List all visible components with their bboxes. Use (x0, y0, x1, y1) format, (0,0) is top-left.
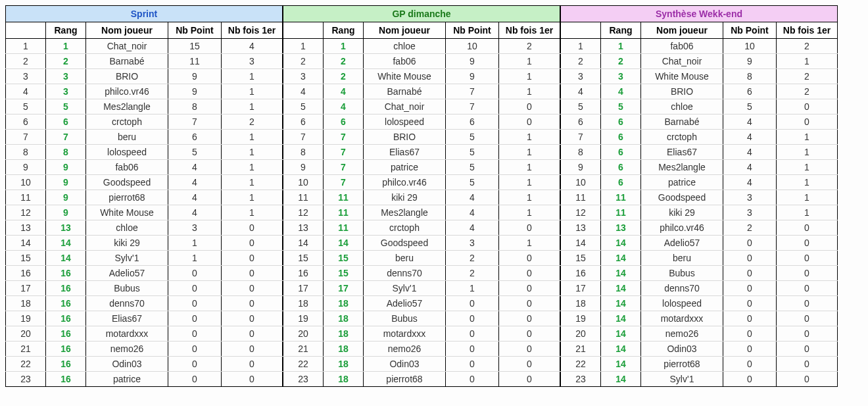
table-row: 44BRIO62 (561, 84, 838, 99)
cell-i: 21 (561, 342, 601, 357)
cell-f: 2 (777, 69, 838, 84)
table-row: 2218Odin0300 (283, 357, 560, 372)
cell-rang: 13 (46, 220, 86, 236)
cell-i: 9 (561, 160, 601, 175)
cell-nom: Elias67 (364, 145, 446, 160)
cell-rang: 7 (324, 145, 364, 160)
cell-rang: 5 (601, 99, 641, 114)
table-row: 2118nemo2600 (283, 342, 560, 357)
cell-i: 8 (283, 145, 324, 160)
cell-rang: 9 (46, 175, 86, 190)
cell-nom: fab06 (364, 54, 446, 69)
cell-f: 1 (499, 205, 560, 220)
cell-rang: 14 (601, 236, 641, 251)
table-row: 54Chat_noir70 (283, 99, 560, 114)
cell-nom: lolospeed (86, 145, 168, 160)
cell-rang: 18 (324, 296, 364, 311)
table-row: 1514beru00 (561, 251, 838, 266)
cell-i: 15 (283, 251, 324, 266)
column-header: Nb fois 1er (777, 22, 838, 39)
cell-nom: denns70 (364, 266, 446, 281)
cell-nom: crctoph (364, 220, 446, 236)
cell-nom: pierrot68 (86, 190, 168, 205)
cell-rang: 1 (46, 39, 86, 54)
cell-f: 0 (222, 311, 283, 326)
cell-nom: nemo26 (86, 342, 168, 357)
cell-nom: patrice (86, 372, 168, 387)
table-row: 99fab0641 (6, 160, 283, 175)
cell-i: 14 (6, 236, 46, 251)
cell-rang: 4 (324, 84, 364, 99)
cell-nom: Chat_noir (364, 99, 446, 114)
cell-f: 0 (777, 372, 838, 387)
cell-f: 1 (777, 190, 838, 205)
cell-i: 21 (6, 342, 46, 357)
cell-rang: 2 (324, 69, 364, 84)
column-header: Nom joueur (86, 22, 168, 39)
cell-f: 1 (499, 130, 560, 145)
table-row: 1515beru20 (283, 251, 560, 266)
cell-rang: 14 (601, 266, 641, 281)
cell-rang: 9 (46, 190, 86, 205)
cell-nom: Odin03 (86, 357, 168, 372)
cell-i: 19 (283, 311, 324, 326)
cell-f: 2 (222, 114, 283, 130)
cell-rang: 3 (601, 69, 641, 84)
table-row: 2016motardxxx00 (6, 326, 283, 342)
table-row: 11fab06102 (561, 39, 838, 54)
table-row: 22Chat_noir91 (561, 54, 838, 69)
cell-rang: 14 (601, 296, 641, 311)
cell-f: 1 (777, 205, 838, 220)
cell-rang: 14 (601, 372, 641, 387)
cell-rang: 6 (601, 175, 641, 190)
cell-i: 4 (6, 84, 46, 99)
cell-f: 0 (777, 114, 838, 130)
cell-rang: 18 (324, 326, 364, 342)
cell-i: 22 (283, 357, 324, 372)
cell-i: 8 (6, 145, 46, 160)
table-row: 22Barnabé113 (6, 54, 283, 69)
cell-rang: 16 (46, 266, 86, 281)
cell-nom: Odin03 (641, 342, 723, 357)
cell-rang: 15 (324, 251, 364, 266)
cell-pts: 7 (168, 114, 222, 130)
cell-f: 1 (222, 205, 283, 220)
cell-i: 10 (561, 175, 601, 190)
cell-nom: beru (364, 251, 446, 266)
cell-f: 3 (222, 54, 283, 69)
cell-pts: 8 (723, 69, 777, 84)
cell-nom: Mes2langle (364, 205, 446, 220)
cell-i: 16 (283, 266, 324, 281)
cell-pts: 0 (723, 281, 777, 296)
cell-rang: 7 (324, 160, 364, 175)
cell-rang: 16 (46, 311, 86, 326)
column-header: Rang (324, 22, 364, 39)
cell-nom: pierrot68 (364, 372, 446, 387)
cell-nom: BRIO (364, 130, 446, 145)
table-row: 1313philco.vr4620 (561, 220, 838, 236)
cell-f: 0 (499, 342, 560, 357)
cell-i: 1 (561, 39, 601, 54)
cell-f: 0 (499, 326, 560, 342)
cell-i: 16 (6, 266, 46, 281)
column-header: Nb fois 1er (499, 22, 560, 39)
cell-rang: 8 (46, 145, 86, 160)
cell-nom: Adelio57 (364, 296, 446, 311)
cell-i: 10 (283, 175, 324, 190)
cell-nom: BRIO (86, 69, 168, 84)
cell-i: 3 (6, 69, 46, 84)
table-row: 76crctoph41 (561, 130, 838, 145)
cell-rang: 14 (601, 326, 641, 342)
table-row: 87Elias6751 (283, 145, 560, 160)
cell-f: 1 (499, 69, 560, 84)
cell-pts: 3 (723, 190, 777, 205)
cell-pts: 8 (168, 99, 222, 114)
cell-rang: 6 (601, 145, 641, 160)
cell-f: 0 (499, 99, 560, 114)
table-row: 1111Goodspeed31 (561, 190, 838, 205)
table-row: 119pierrot6841 (6, 190, 283, 205)
cell-i: 14 (283, 236, 324, 251)
column-header: Rang (601, 22, 641, 39)
cell-nom: denns70 (86, 296, 168, 311)
table-row: 1716Bubus00 (6, 281, 283, 296)
